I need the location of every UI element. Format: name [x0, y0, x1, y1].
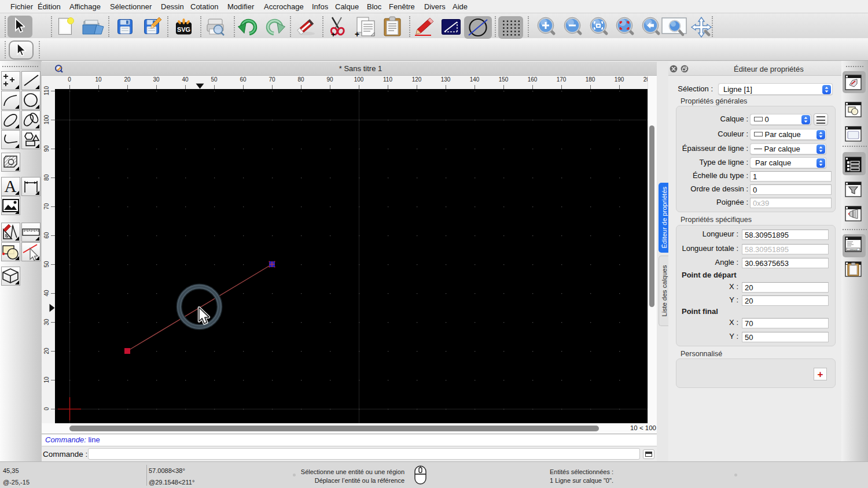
- svg-text:+: +: [355, 29, 359, 38]
- svg-text:A: A: [5, 177, 17, 195]
- svg-text:c ommand: c ommand: [848, 249, 857, 251]
- svg-text:+: +: [331, 30, 336, 38]
- svg-text:SVG: SVG: [177, 26, 190, 33]
